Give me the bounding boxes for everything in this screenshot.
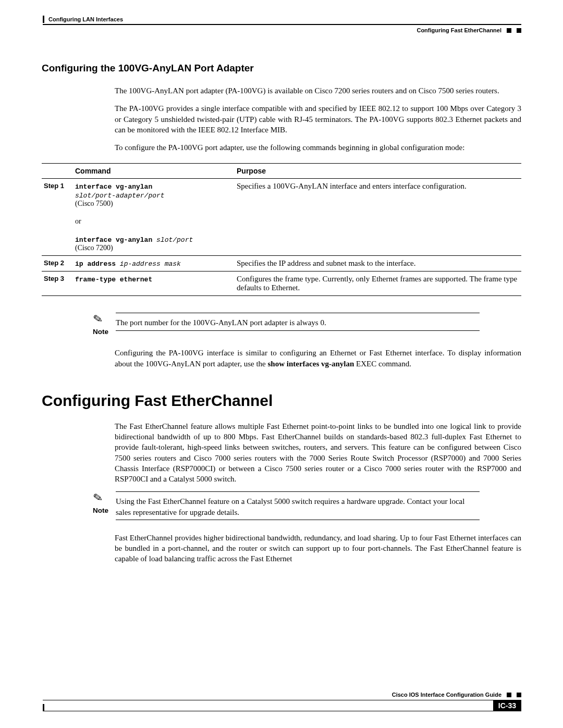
note-block: ✎ Note Using the Fast EtherChannel featu… (88, 491, 521, 521)
header-rule (43, 24, 521, 25)
purpose-cell: Specifies a 100VG-AnyLAN interface and e… (235, 179, 521, 256)
or-text: or (75, 217, 232, 226)
paragraph: Fast EtherChannel provides higher bidire… (115, 533, 521, 564)
table-row: Step 2 ip address ip-address mask Specif… (42, 256, 521, 272)
cmd-platform: (Cisco 7200) (75, 244, 232, 252)
note-body: Using the Fast EtherChannel feature on a… (116, 491, 521, 521)
purpose-cell: Configures the frame type. Currently, on… (235, 272, 521, 296)
chapter-title: Configuring LAN Interfaces (48, 16, 123, 22)
step-label: Step 1 (42, 179, 73, 256)
note-label-wrap: ✎ Note (88, 491, 108, 521)
table-row: Step 3 frame-type ethernet Configures th… (42, 272, 521, 296)
header-chapter: Configuring LAN Interfaces (43, 16, 123, 23)
command-table: Command Purpose Step 1 interface vg-anyl… (42, 163, 521, 296)
paragraph: The Fast EtherChannel feature allows mul… (115, 421, 521, 485)
cmd-keyword: frame-type ethernet (75, 276, 152, 283)
note-label-wrap: ✎ Note (88, 313, 108, 336)
heading-fast-etherchannel: Configuring Fast EtherChannel (42, 392, 521, 410)
step-label: Step 2 (42, 256, 73, 272)
cmd-keyword: ip address (75, 260, 120, 268)
note-text: Using the Fast EtherChannel feature on a… (116, 494, 480, 520)
page-footer: Cisco IOS Interface Configuration Guide … (43, 692, 521, 711)
cmd-inline: show interfaces vg-anylan (268, 360, 354, 368)
cmd-arg: slot/port-adapter/port (75, 192, 165, 200)
paragraph: The PA-100VG provides a single interface… (115, 103, 521, 135)
square-icon (517, 693, 521, 697)
purpose-cell: Specifies the IP address and subnet mask… (235, 256, 521, 272)
note-body: The port number for the 100VG-AnyLAN por… (116, 313, 521, 336)
cmd-arg: slot/port (156, 236, 193, 244)
cmd-keyword: interface vg-anylan (75, 236, 156, 244)
command-cell: interface vg-anylan slot/port-adapter/po… (73, 179, 235, 256)
th-purpose: Purpose (235, 164, 521, 179)
th-command: Command (73, 164, 235, 179)
cmd-platform: (Cisco 7500) (75, 200, 232, 208)
pencil-icon: ✎ (87, 311, 109, 328)
pencil-icon: ✎ (87, 490, 109, 507)
cmd-arg: ip-address mask (120, 260, 181, 268)
page-content: Configuring the 100VG-AnyLAN Port Adapte… (42, 63, 521, 564)
square-icon (517, 28, 521, 33)
note-block: ✎ Note The port number for the 100VG-Any… (88, 313, 521, 336)
note-text: The port number for the 100VG-AnyLAN por… (116, 315, 480, 330)
section-title: Configuring Fast EtherChannel (417, 27, 501, 33)
th-blank (42, 164, 73, 179)
paragraph: Configuring the PA-100VG interface is si… (115, 348, 521, 369)
square-icon (507, 693, 511, 697)
footer-bar: IC-33 (43, 700, 521, 711)
paragraph: The 100VG-AnyLAN port adapter (PA-100VG)… (115, 85, 521, 96)
footer-bar-light (43, 700, 493, 711)
left-page-marker-icon (43, 704, 44, 711)
note-label: Note (93, 507, 108, 514)
header-section: Configuring Fast EtherChannel (417, 27, 521, 33)
header-bar-icon (43, 16, 44, 23)
heading-100vg: Configuring the 100VG-AnyLAN Port Adapte… (42, 63, 521, 74)
paragraph: To configure the PA-100VG port adapter, … (115, 142, 521, 153)
command-cell: frame-type ethernet (73, 272, 235, 296)
footer-guide-line: Cisco IOS Interface Configuration Guide (43, 692, 521, 698)
page-number: IC-33 (493, 700, 521, 711)
command-cell: ip address ip-address mask (73, 256, 235, 272)
note-label: Note (93, 328, 108, 336)
text-run: EXEC command. (354, 360, 411, 368)
cmd-keyword: interface vg-anylan (75, 183, 152, 191)
footer-guide: Cisco IOS Interface Configuration Guide (392, 692, 501, 698)
table-row: Step 1 interface vg-anylan slot/port-ada… (42, 179, 521, 256)
square-icon (507, 28, 511, 33)
step-label: Step 3 (42, 272, 73, 296)
